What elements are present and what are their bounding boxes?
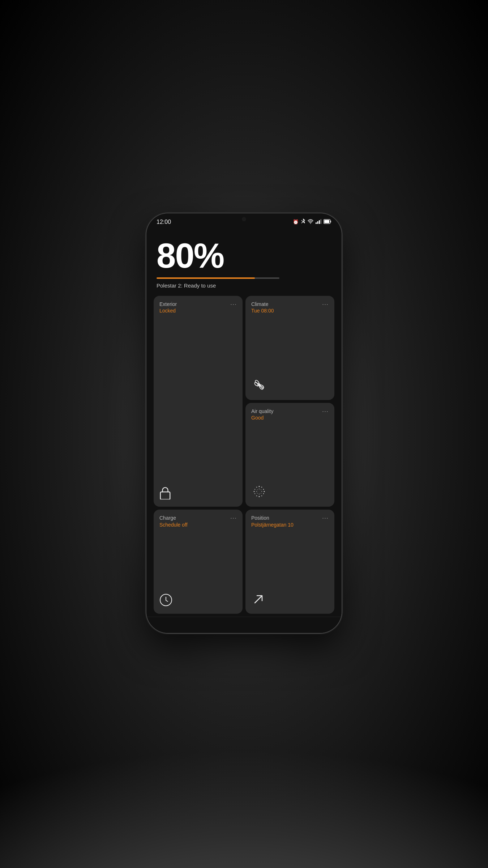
battery-status-icon: [324, 219, 331, 225]
clock-icon: [159, 593, 172, 608]
exterior-icon-area: [159, 484, 237, 501]
svg-point-21: [259, 489, 260, 489]
tiles-grid: Exterior Locked ···: [154, 296, 334, 617]
climate-icon-area: [251, 374, 329, 394]
battery-bar-fill: [157, 277, 255, 279]
charge-title: Charge: [159, 515, 188, 521]
svg-point-20: [256, 487, 257, 488]
svg-point-8: [258, 383, 261, 386]
svg-point-9: [259, 486, 260, 487]
climate-subtitle: Tue 08:00: [251, 307, 274, 314]
position-tile[interactable]: Position Polstjärnegatan 10 ···: [245, 510, 334, 614]
nav-home[interactable]: [167, 621, 176, 624]
exterior-subtitle: Locked: [159, 307, 177, 314]
air-quality-title: Air quality: [251, 408, 273, 414]
svg-point-13: [263, 493, 264, 494]
air-quality-tile[interactable]: Air quality Good ···: [245, 403, 334, 507]
charge-tile[interactable]: Charge Schedule off ···: [154, 510, 243, 614]
lock-icon: [159, 486, 171, 501]
phone-body: 12:00 ⏰: [146, 213, 342, 633]
bluetooth-icon: [301, 218, 305, 225]
svg-point-10: [261, 487, 262, 488]
fan-icon: [251, 377, 267, 394]
position-icon-area: [251, 589, 329, 608]
position-menu[interactable]: ···: [322, 515, 329, 521]
status-time: 12:00: [157, 219, 171, 225]
battery-section: 80% Polestar 2: Ready to use: [154, 235, 334, 296]
camera-notch: [242, 217, 246, 221]
svg-rect-7: [160, 492, 170, 499]
exterior-tile[interactable]: Exterior Locked ···: [154, 296, 243, 507]
svg-point-25: [259, 494, 260, 494]
alarm-icon: ⏰: [293, 219, 299, 225]
phone-wrapper: 12:00 ⏰: [146, 213, 342, 633]
exterior-menu[interactable]: ···: [230, 301, 237, 307]
battery-percent: 80%: [157, 238, 331, 273]
air-quality-tile-header: Air quality Good ···: [251, 408, 329, 421]
charge-menu[interactable]: ···: [230, 515, 237, 521]
svg-rect-2: [317, 221, 318, 224]
charge-tile-header: Charge Schedule off ···: [159, 515, 237, 528]
position-tile-header: Position Polstjärnegatan 10 ···: [251, 515, 329, 528]
svg-rect-6: [324, 220, 329, 223]
phone-screen: 12:00 ⏰: [146, 213, 342, 633]
status-icons: ⏰: [293, 218, 331, 225]
svg-point-12: [264, 491, 265, 492]
exterior-tile-header: Exterior Locked ···: [159, 301, 237, 314]
svg-point-24: [261, 493, 261, 494]
bottom-nav: ?: [146, 617, 342, 633]
position-title-group: Position Polstjärnegatan 10: [251, 515, 294, 528]
air-quality-title-group: Air quality Good: [251, 408, 273, 421]
nav-car[interactable]: [204, 621, 212, 624]
svg-point-14: [261, 495, 262, 497]
svg-point-26: [257, 493, 258, 494]
wifi-icon: [308, 219, 313, 225]
signal-icon: [316, 219, 321, 225]
climate-tile[interactable]: Climate Tue 08:00 ···: [245, 296, 334, 400]
svg-point-18: [254, 491, 255, 492]
svg-point-19: [254, 489, 256, 490]
nav-list[interactable]: [240, 621, 248, 624]
main-content: 80% Polestar 2: Ready to use Exterior Lo…: [146, 227, 342, 617]
svg-point-22: [261, 489, 261, 490]
svg-point-0: [310, 223, 311, 224]
charge-title-group: Charge Schedule off: [159, 515, 188, 528]
air-quality-subtitle: Good: [251, 414, 273, 421]
nav-profile[interactable]: [312, 621, 321, 624]
air-quality-menu[interactable]: ···: [322, 408, 329, 414]
arrow-icon: [251, 592, 266, 608]
climate-tile-header: Climate Tue 08:00 ···: [251, 301, 329, 314]
battery-status-text: Polestar 2: Ready to use: [157, 282, 331, 289]
svg-point-17: [254, 493, 256, 494]
battery-bar: [157, 277, 279, 279]
charge-subtitle: Schedule off: [159, 522, 188, 528]
charge-icon-area: [159, 591, 237, 608]
exterior-title-group: Exterior Locked: [159, 301, 177, 314]
svg-rect-4: [321, 219, 322, 224]
nav-support[interactable]: ?: [276, 621, 284, 624]
svg-point-28: [257, 489, 258, 490]
svg-point-11: [263, 489, 264, 490]
climate-menu[interactable]: ···: [322, 301, 329, 307]
svg-point-15: [259, 496, 260, 497]
climate-title: Climate: [251, 301, 274, 307]
svg-rect-1: [316, 222, 317, 224]
svg-point-16: [256, 495, 257, 497]
svg-point-27: [256, 491, 257, 492]
svg-point-23: [261, 491, 262, 492]
air-quality-icon-area: [251, 481, 329, 501]
position-subtitle: Polstjärnegatan 10: [251, 522, 294, 528]
svg-rect-3: [319, 220, 320, 224]
climate-title-group: Climate Tue 08:00: [251, 301, 274, 314]
exterior-title: Exterior: [159, 301, 177, 307]
air-dots-icon: [251, 484, 267, 501]
position-title: Position: [251, 515, 294, 521]
